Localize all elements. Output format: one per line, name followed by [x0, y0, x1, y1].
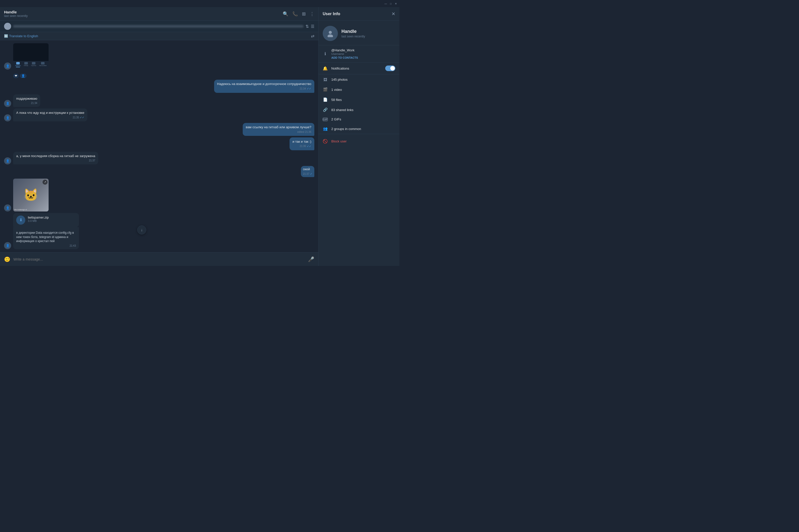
message-text: вам ссылку на гитхаб или архивом лучше?	[246, 125, 311, 129]
filter-icon[interactable]: ☰	[311, 24, 314, 29]
message-bubble: поддерживаю 21:34	[13, 94, 40, 107]
video-item[interactable]: 🎬 1 video	[319, 84, 400, 95]
files-icon: 📄	[323, 97, 328, 102]
username-label: Username	[331, 52, 395, 55]
file-name: twitspamer.zip	[28, 215, 76, 219]
message-time: 21:35	[73, 116, 79, 119]
shared-links-label: 83 shared links	[331, 108, 353, 112]
cat-image: 🐱 kite.holdesign.nl ↗	[13, 178, 49, 211]
link-icon: 🔗	[323, 107, 328, 112]
message-bubble: А пока что жду код и инструкции к устано…	[13, 109, 87, 122]
message-row: 👤 А пока что жду код и инструкции к уста…	[4, 109, 314, 122]
maximize-btn[interactable]: □	[389, 2, 392, 5]
notifications-section: 🔔 Notifications	[319, 62, 400, 74]
scroll-to-bottom-button[interactable]: ↓	[137, 225, 146, 234]
block-user-button[interactable]: 🚫 Block user	[323, 137, 395, 145]
message-time: 21:34	[31, 101, 37, 105]
files-item[interactable]: 📄 58 files	[319, 95, 400, 105]
groups-item[interactable]: 👥 2 groups in common	[319, 124, 400, 134]
profile-status: last seen recently	[341, 35, 365, 38]
message-time: 21:36	[300, 145, 306, 148]
close-btn[interactable]: ✕	[394, 2, 397, 5]
photos-label: 145 photos	[331, 78, 348, 81]
svg-point-1	[328, 34, 333, 37]
username-item[interactable]: ℹ @Handle_Work Username ADD TO CONTACTS	[319, 45, 400, 62]
layout-icon[interactable]: ⊞	[302, 11, 306, 17]
message-row: 👤 поддерживаю 21:34	[4, 94, 314, 107]
avatar: 👤	[4, 100, 11, 107]
panel-close-button[interactable]: ✕	[392, 11, 395, 17]
message-text: а, у меня последняя сборка на гитхаб не …	[16, 154, 95, 158]
message-row: Надеюсь на взаимовыгодное и долгосрочное…	[4, 80, 314, 93]
message-row: 👤 🐱 kite.holdesign.nl ↗	[4, 178, 314, 211]
notifications-item: 🔔 Notifications	[319, 62, 400, 74]
gifs-label: 2 GIFs	[331, 117, 341, 121]
image-label: kite.holdesign.nl	[14, 209, 27, 210]
notifications-label: Notifications	[331, 66, 382, 70]
chat-header: Handle last seen recently 🔍 📞 ⊞ ⋮	[0, 7, 318, 21]
call-icon[interactable]: 📞	[292, 11, 298, 17]
message-row: 👤 а, у меня последняя сборка на гитхаб н…	[4, 152, 314, 165]
message-text: окей	[303, 167, 310, 171]
message-row: 👤 Админы	[4, 43, 314, 70]
messages-area: 👤 Админы	[0, 40, 318, 252]
reaction-heart[interactable]: ❤	[13, 74, 19, 78]
profile-avatar	[323, 26, 338, 41]
gifs-item[interactable]: GIF 2 GIFs	[319, 115, 400, 124]
more-icon[interactable]: ⋮	[310, 11, 314, 17]
message-text: и так и так :)	[293, 140, 311, 144]
search-icon[interactable]: 🔍	[283, 11, 288, 17]
avatar: 👤	[4, 242, 11, 249]
file-bubble: ⬇ twitspamer.zip 3.0 MB	[13, 213, 79, 227]
message-time: 21:37	[89, 159, 95, 163]
message-time: 21:34	[300, 87, 306, 91]
file-time: 21:43	[70, 244, 76, 247]
message-text: поддерживаю	[16, 97, 37, 100]
block-icon: 🚫	[323, 139, 328, 144]
blurred-content	[13, 25, 303, 27]
info-circle-icon: ℹ	[323, 51, 328, 56]
notifications-toggle[interactable]	[385, 65, 395, 71]
blurred-message-bar: ⇅ ☰	[0, 21, 318, 32]
avatar: 👤	[4, 204, 11, 211]
sort-icon[interactable]: ⇅	[305, 24, 309, 29]
translate-settings-icon[interactable]: ⇄	[311, 34, 314, 38]
message-bubble: и так и так :) 21:36 ✓✓	[290, 137, 314, 151]
username-section: ℹ @Handle_Work Username ADD TO CONTACTS	[319, 45, 400, 62]
message-time: 21:37	[303, 172, 309, 176]
message-input-area: 🙂 🎤	[0, 252, 318, 266]
file-text: в директории Data находится config.cfg в…	[16, 231, 76, 243]
user-info-panel: User Info ✕ Handle last seen recently ℹ …	[318, 7, 400, 266]
reaction-person[interactable]: 👤	[20, 74, 26, 78]
minimize-btn[interactable]: —	[384, 2, 387, 5]
translate-bar: 🔤 Translate to English ⇄	[0, 32, 318, 40]
message-text: А пока что жду код и инструкции к устано…	[16, 111, 84, 115]
svg-point-0	[329, 31, 332, 34]
message-time: 21:36	[305, 130, 311, 134]
photos-item[interactable]: 🖼 145 photos	[319, 74, 400, 84]
message-row: вам ссылку на гитхаб или архивом лучше? …	[4, 123, 314, 136]
avatar: 👤	[4, 114, 11, 121]
username-value: @Handle_Work	[331, 48, 395, 52]
chat-status: last seen recently	[4, 14, 283, 18]
read-check: ✓✓	[80, 116, 84, 119]
groups-label: 2 groups in common	[331, 127, 361, 131]
chat-name: Handle	[4, 10, 283, 14]
block-section: 🚫 Block user	[319, 134, 400, 148]
block-label: Block user	[331, 139, 347, 143]
microphone-button[interactable]: 🎤	[308, 256, 314, 262]
panel-header: User Info ✕	[319, 7, 400, 21]
translate-button[interactable]: 🔤 Translate to English	[4, 34, 38, 38]
file-size: 3.0 MB	[28, 219, 76, 222]
message-input[interactable]	[14, 257, 305, 261]
avatar-spacer	[4, 71, 11, 78]
emoji-button[interactable]: 🙂	[4, 256, 11, 262]
message-bubble: окей 21:37 ✓	[301, 166, 314, 177]
shared-links-item[interactable]: 🔗 83 shared links	[319, 105, 400, 115]
photos-icon: 🖼	[323, 77, 328, 82]
panel-title: User Info	[323, 12, 389, 16]
blurred-avatar	[4, 23, 11, 30]
toggle-knob	[390, 66, 395, 71]
add-to-contacts-button[interactable]: ADD TO CONTACTS	[331, 56, 395, 59]
forward-icon: ↗	[42, 179, 48, 185]
